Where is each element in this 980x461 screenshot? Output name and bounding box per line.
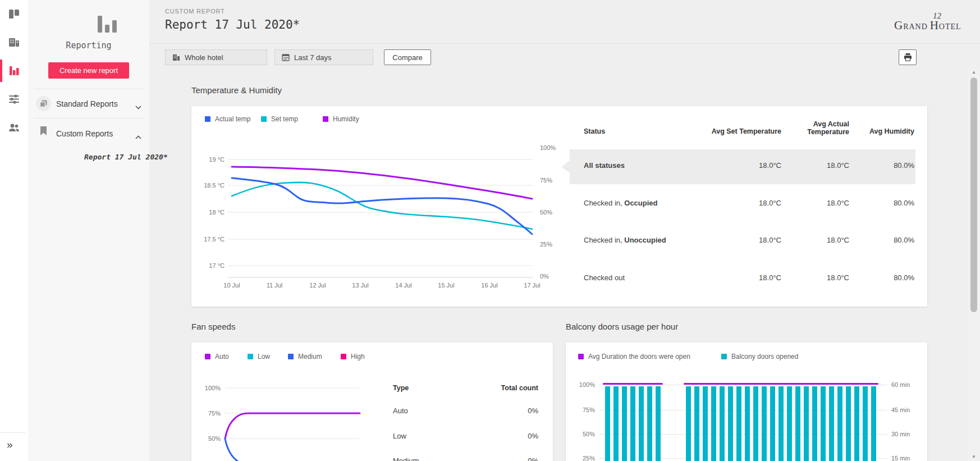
svg-text:0%: 0%	[540, 273, 549, 280]
svg-text:100%: 100%	[540, 144, 556, 151]
temperature-card: Actual temp Set temp Humidity 19 °C 18.5…	[191, 106, 927, 307]
section-title-balcony-doors: Balcony doors usage per hour	[566, 322, 678, 331]
svg-text:11 Jul: 11 Jul	[267, 282, 283, 289]
section-title-temperature: Temperature & Humidity	[191, 85, 282, 95]
nav-reporting-icon[interactable]	[0, 60, 28, 82]
col-header-total-count: Total count	[454, 384, 538, 392]
legend-swatch	[288, 354, 294, 359]
avg-duration-line-1	[603, 383, 663, 385]
legend-avg-duration[interactable]: Avg Duration the doors were open	[578, 353, 690, 360]
svg-text:75%: 75%	[208, 410, 221, 417]
svg-text:75%: 75%	[540, 177, 552, 184]
property-filter-value: Whole hotel	[185, 53, 223, 62]
chevron-up-icon	[135, 131, 141, 142]
legend-high[interactable]: High	[341, 353, 365, 360]
legend-auto[interactable]: Auto	[205, 353, 229, 360]
col-header-avg-humidity: Avg Humidity	[853, 127, 914, 135]
sidebar-divider	[34, 89, 144, 89]
selected-row-pointer	[561, 161, 570, 173]
bookmark-icon	[40, 126, 47, 138]
svg-text:18.5 °C: 18.5 °C	[204, 182, 225, 189]
sidebar-report-item[interactable]: Report 17 Jul 2020*	[84, 153, 168, 161]
expand-sidebar-button[interactable]: »	[7, 439, 13, 451]
svg-text:25%: 25%	[540, 241, 552, 248]
col-header-type: Type	[393, 384, 409, 392]
print-button[interactable]	[899, 49, 917, 65]
svg-text:15 Jul: 15 Jul	[438, 282, 454, 289]
svg-text:50%: 50%	[540, 209, 552, 216]
date-range-filter[interactable]: Last 7 days	[274, 49, 373, 65]
vertical-scrollbar[interactable]: ▲ ▼	[968, 69, 980, 461]
scroll-down-arrow[interactable]: ▼	[968, 453, 980, 461]
nav-properties-icon[interactable]	[0, 31, 28, 53]
svg-text:13 Jul: 13 Jul	[352, 282, 368, 289]
bars-group-1	[605, 386, 661, 461]
sidebar-divider	[34, 118, 144, 118]
bar-chart-icon	[8, 65, 20, 77]
people-icon	[8, 121, 20, 134]
legend-swatch	[578, 354, 584, 359]
fan-speeds-chart: 100% 75% 50% 25%	[191, 376, 377, 461]
svg-text:18 °C: 18 °C	[209, 209, 225, 216]
buildings-icon	[8, 36, 20, 48]
svg-text:17.5 °C: 17.5 °C	[204, 236, 225, 243]
legend-swatch	[205, 116, 210, 122]
property-filter[interactable]: Whole hotel	[165, 49, 267, 65]
icon-rail: »	[0, 0, 28, 461]
legend-set-temp[interactable]: Set temp	[261, 115, 298, 123]
copy-icon	[36, 96, 51, 111]
section-title-fan-speeds: Fan speeds	[191, 322, 235, 331]
legend-actual-temp[interactable]: Actual temp	[205, 115, 250, 123]
sidebar-item-label: Standard Reports	[56, 99, 118, 108]
printer-icon	[904, 53, 912, 61]
series-actual-temp-line	[232, 178, 532, 234]
svg-text:10 Jul: 10 Jul	[223, 282, 240, 289]
series-auto-line	[225, 413, 360, 439]
create-new-report-button[interactable]: Create new report	[48, 62, 129, 79]
svg-text:50%: 50%	[208, 435, 221, 442]
svg-text:17 Jul: 17 Jul	[524, 282, 540, 289]
scrollbar-thumb[interactable]	[970, 77, 977, 312]
svg-text:12 Jul: 12 Jul	[309, 282, 326, 289]
report-type-label: CUSTOM REPORT	[165, 8, 225, 15]
legend-swatch	[721, 354, 727, 359]
sidebar-item-label: Custom Reports	[56, 129, 113, 138]
sidebar-item-custom-reports[interactable]: Custom Reports	[28, 121, 149, 146]
dashboard-icon	[8, 8, 20, 20]
app-window: » Reporting Create new report Standard R…	[0, 0, 980, 461]
sidebar-item-standard-reports[interactable]: Standard Reports	[28, 92, 149, 116]
series-medium-line	[225, 439, 274, 461]
sliders-icon	[8, 93, 20, 105]
legend-low[interactable]: Low	[248, 353, 270, 360]
rail-divider	[0, 432, 26, 433]
legend-swatch	[341, 354, 346, 359]
bars-group-2	[686, 386, 876, 461]
date-range-value: Last 7 days	[294, 53, 332, 62]
reporting-big-icon	[97, 16, 118, 35]
series-humidity-line	[232, 167, 532, 199]
legend-medium[interactable]: Medium	[288, 353, 322, 360]
grand-hotel-logo: GRAND HOTEL 12	[894, 12, 967, 34]
svg-text:16 Jul: 16 Jul	[481, 282, 497, 289]
svg-text:19 °C: 19 °C	[209, 156, 225, 163]
col-header-status: Status	[584, 127, 605, 135]
calendar-icon	[282, 53, 290, 61]
nav-people-icon[interactable]	[0, 116, 28, 139]
nav-dashboard-icon[interactable]	[0, 3, 28, 25]
series-set-temp-line	[232, 182, 532, 229]
chevron-down-icon	[135, 102, 141, 112]
col-header-avg-actual: Avg ActualTemperature	[793, 120, 849, 136]
nav-settings-icon[interactable]	[0, 88, 28, 110]
legend-swatch	[248, 354, 253, 359]
legend-humidity[interactable]: Humidity	[323, 115, 359, 123]
hotel-icon	[172, 53, 180, 61]
avg-duration-line-2	[684, 383, 878, 385]
compare-button[interactable]: Compare	[384, 49, 431, 65]
legend-swatch	[323, 116, 328, 122]
header-divider	[149, 43, 980, 44]
scroll-up-arrow[interactable]: ▲	[968, 69, 980, 76]
balcony-doors-card: Avg Duration the doors were open Balcony…	[566, 343, 927, 461]
svg-text:100%: 100%	[205, 385, 221, 391]
legend-doors-opened[interactable]: Balcony doors opened	[721, 353, 798, 360]
page-title: Report 17 Jul 2020*	[165, 18, 300, 31]
